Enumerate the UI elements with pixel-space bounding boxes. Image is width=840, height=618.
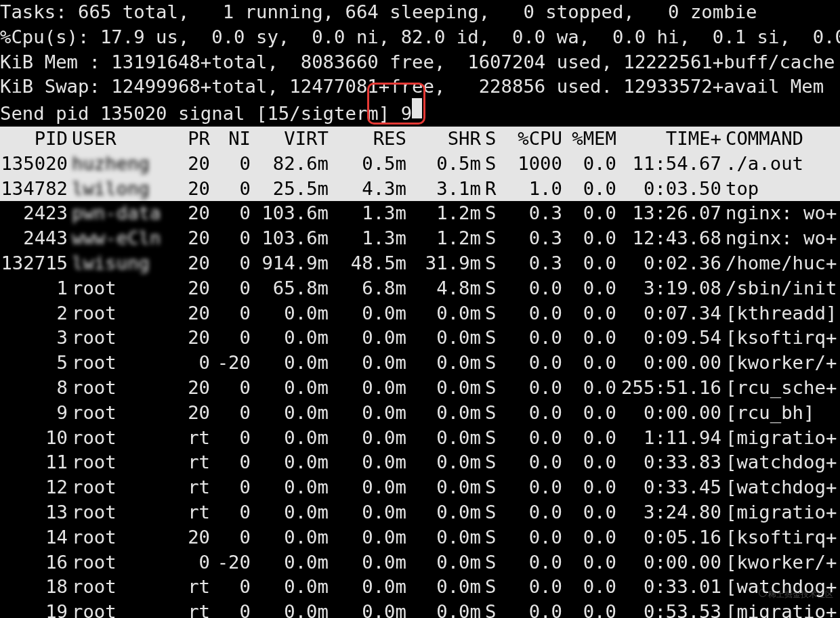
- cell-user: root: [68, 600, 173, 618]
- cell-time: 0:02.36: [616, 251, 721, 276]
- cell-pr: rt: [173, 475, 210, 500]
- table-row[interactable]: 132715lwisung200914.9m48.5m31.9mS0.30.00…: [0, 251, 840, 276]
- cell-time: 3:19.08: [616, 276, 721, 301]
- cell-shr: 0.0m: [406, 475, 481, 500]
- table-row[interactable]: 14root2000.0m0.0m0.0mS0.00.00:05.16[ksof…: [0, 525, 840, 550]
- cell-pid: 2: [0, 301, 68, 326]
- cell-cpu: 0.0: [501, 450, 562, 475]
- cell-user: lwisung: [68, 251, 173, 276]
- cell-shr: 0.0m: [406, 525, 481, 550]
- cell-ni: -20: [210, 351, 251, 376]
- cell-virt: 25.5m: [251, 177, 329, 202]
- table-row[interactable]: 8root2000.0m0.0m0.0mS0.00.0255:51.16[rcu…: [0, 376, 840, 401]
- kill-prompt[interactable]: Send pid 135020 signal [15/sigterm] 9: [0, 100, 840, 127]
- cell-cmd: [migratio+: [721, 500, 840, 525]
- cell-time: 0:05.16: [616, 525, 721, 550]
- cell-pr: 20: [173, 301, 210, 326]
- cell-cpu: 0.0: [501, 475, 562, 500]
- cell-virt: 0.0m: [251, 426, 329, 451]
- cell-cpu: 0.0: [501, 376, 562, 401]
- cell-user: root: [68, 276, 173, 301]
- cell-time: 13:26.07: [616, 201, 721, 226]
- table-row[interactable]: 10rootrt00.0m0.0m0.0mS0.00.01:11.94[migr…: [0, 426, 840, 451]
- cell-ni: -20: [210, 550, 251, 575]
- col-virt: VIRT: [251, 127, 329, 152]
- cell-cpu: 0.3: [501, 251, 562, 276]
- cell-mem: 0.0: [562, 226, 616, 251]
- cell-pid: 3: [0, 326, 68, 351]
- cell-s: S: [481, 475, 501, 500]
- cell-mem: 0.0: [562, 500, 616, 525]
- table-row[interactable]: 16root0-200.0m0.0m0.0mS0.00.00:00.00[kwo…: [0, 550, 840, 575]
- cell-shr: 0.0m: [406, 351, 481, 376]
- cell-pid: 19: [0, 600, 68, 618]
- cell-cpu: 0.0: [501, 525, 562, 550]
- cell-time: 0:33.01: [616, 575, 721, 600]
- table-row[interactable]: 12rootrt00.0m0.0m0.0mS0.00.00:33.45[watc…: [0, 475, 840, 500]
- table-row[interactable]: 11rootrt00.0m0.0m0.0mS0.00.00:33.83[watc…: [0, 450, 840, 475]
- cell-mem: 0.0: [562, 351, 616, 376]
- cell-res: 0.0m: [329, 351, 406, 376]
- cell-cpu: 0.0: [501, 401, 562, 426]
- cell-time: 0:53.53: [616, 600, 721, 618]
- cell-cmd: [rcu_sche+: [721, 376, 840, 401]
- table-row[interactable]: 9root2000.0m0.0m0.0mS0.00.00:00.00[rcu_b…: [0, 401, 840, 426]
- cell-shr: 0.0m: [406, 301, 481, 326]
- table-row[interactable]: 135020huzheng20082.6m0.5m0.5mS10000.011:…: [0, 152, 840, 177]
- cell-pid: 5: [0, 351, 68, 376]
- cell-mem: 0.0: [562, 376, 616, 401]
- cell-virt: 82.6m: [251, 152, 329, 177]
- cell-shr: 1.2m: [406, 201, 481, 226]
- cell-virt: 0.0m: [251, 401, 329, 426]
- cell-s: S: [481, 351, 501, 376]
- table-row[interactable]: 3root2000.0m0.0m0.0mS0.00.00:09.54[ksoft…: [0, 326, 840, 351]
- cell-s: S: [481, 525, 501, 550]
- table-row[interactable]: 18rootrt00.0m0.0m0.0mS0.00.00:33.01[watc…: [0, 575, 840, 600]
- cell-cpu: 0.0: [501, 500, 562, 525]
- cell-pr: rt: [173, 426, 210, 451]
- cell-shr: 0.0m: [406, 450, 481, 475]
- cell-pr: 20: [173, 177, 210, 202]
- cell-mem: 0.0: [562, 575, 616, 600]
- table-header-row: PID USER PR NI VIRT RES SHR S %CPU %MEM …: [0, 127, 840, 152]
- table-row[interactable]: 2443www-eCln200103.6m1.3m1.2mS0.30.012:4…: [0, 226, 840, 251]
- tasks-line: Tasks: 665 total, 1 running, 664 sleepin…: [0, 0, 840, 25]
- cell-s: S: [481, 301, 501, 326]
- cell-virt: 0.0m: [251, 450, 329, 475]
- cell-res: 0.0m: [329, 450, 406, 475]
- cell-pid: 13: [0, 500, 68, 525]
- cell-pr: 20: [173, 376, 210, 401]
- cell-shr: 0.0m: [406, 575, 481, 600]
- cell-mem: 0.0: [562, 152, 616, 177]
- cell-mem: 0.0: [562, 301, 616, 326]
- table-row[interactable]: 134782lwilong20025.5m4.3m3.1mR1.00.00:03…: [0, 177, 840, 202]
- cell-virt: 103.6m: [251, 226, 329, 251]
- cell-res: 0.0m: [329, 401, 406, 426]
- cell-time: 0:07.34: [616, 301, 721, 326]
- table-row[interactable]: 5root0-200.0m0.0m0.0mS0.00.00:00.00[kwor…: [0, 351, 840, 376]
- cell-s: S: [481, 201, 501, 226]
- table-row[interactable]: 19rootrt00.0m0.0m0.0mS0.00.00:53.53[migr…: [0, 600, 840, 618]
- cell-ni: 0: [210, 376, 251, 401]
- cell-shr: 4.8m: [406, 276, 481, 301]
- cell-virt: 0.0m: [251, 575, 329, 600]
- cell-s: S: [481, 376, 501, 401]
- cell-pr: rt: [173, 500, 210, 525]
- table-row[interactable]: 2root2000.0m0.0m0.0mS0.00.00:07.34[kthre…: [0, 301, 840, 326]
- cell-time: 3:24.80: [616, 500, 721, 525]
- table-row[interactable]: 1root20065.8m6.8m4.8mS0.00.03:19.08/sbin…: [0, 276, 840, 301]
- cell-s: S: [481, 251, 501, 276]
- table-row[interactable]: 2423pwn-data200103.6m1.3m1.2mS0.30.013:2…: [0, 201, 840, 226]
- cell-ni: 0: [210, 152, 251, 177]
- cell-cmd: [watchdog+: [721, 475, 840, 500]
- cell-shr: 31.9m: [406, 251, 481, 276]
- cell-pr: 0: [173, 550, 210, 575]
- cell-mem: 0.0: [562, 326, 616, 351]
- cell-virt: 103.6m: [251, 201, 329, 226]
- cell-cpu: 0.0: [501, 575, 562, 600]
- cell-user: root: [68, 550, 173, 575]
- table-row[interactable]: 13rootrt00.0m0.0m0.0mS0.00.03:24.80[migr…: [0, 500, 840, 525]
- kill-signal-input[interactable]: 9: [401, 102, 412, 127]
- cell-cpu: 0.3: [501, 201, 562, 226]
- cell-cpu: 0.0: [501, 276, 562, 301]
